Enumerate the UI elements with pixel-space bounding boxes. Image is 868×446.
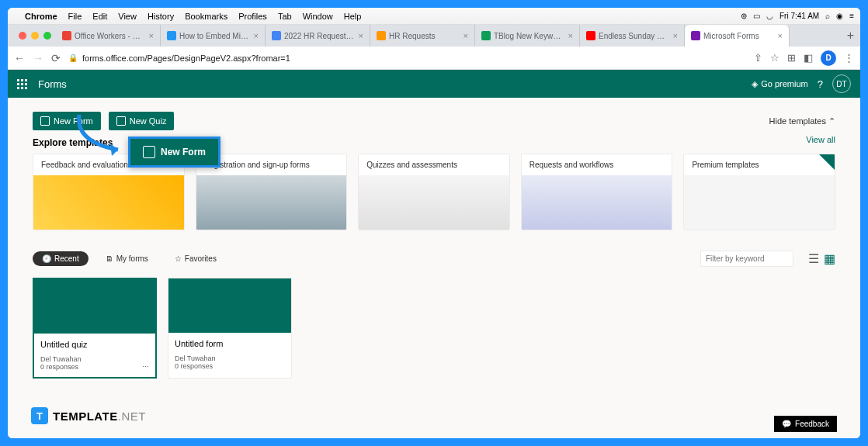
back-button[interactable]: ← [14, 52, 25, 64]
browser-tab[interactable]: HR Requests× [370, 25, 475, 47]
wifi-icon: ⊚ [741, 12, 747, 20]
menu-tab[interactable]: Tab [278, 12, 292, 21]
tab-title: TBlog New Keywords Sheet [494, 32, 565, 40]
form-title: Untitled quiz [40, 340, 149, 349]
menu-view[interactable]: View [118, 12, 137, 21]
menu-icon[interactable]: ≡ [849, 12, 854, 20]
help-icon[interactable]: ? [818, 78, 823, 90]
list-view-button[interactable]: ☰ [807, 253, 820, 265]
minimize-window[interactable] [31, 32, 39, 40]
forward-button[interactable]: → [33, 52, 43, 64]
browser-tab[interactable]: 2022 HR Request Steps - Goo× [266, 25, 370, 47]
template-card[interactable]: Premium templates [683, 154, 835, 230]
close-tab-icon[interactable]: × [359, 31, 363, 40]
user-avatar[interactable]: DT [832, 74, 851, 93]
template-card[interactable]: Quizzes and assessments [358, 154, 510, 230]
filter-myforms[interactable]: 🗎 My forms [96, 251, 158, 266]
filter-recent[interactable]: 🕘 Recent [33, 251, 89, 266]
form-card[interactable]: Untitled quizDel Tuwahan0 responses⋯ [33, 278, 157, 379]
kebab-icon[interactable]: ⋮ [844, 52, 854, 64]
clock-icon: 🕘 [42, 254, 51, 263]
form-author: Del Tuwahan [40, 355, 149, 363]
menu-bookmarks[interactable]: Bookmarks [185, 12, 227, 21]
favicon [586, 31, 595, 40]
lock-icon: 🔒 [68, 54, 78, 62]
browser-tab[interactable]: TBlog New Keywords Sheet× [475, 25, 580, 47]
close-tab-icon[interactable]: × [568, 31, 573, 40]
template-preview [33, 175, 184, 230]
address-bar[interactable]: 🔒 forms.office.com/Pages/DesignPageV2.as… [68, 54, 746, 63]
url-text: forms.office.com/Pages/DesignPageV2.aspx… [82, 54, 290, 63]
watermark: T TEMPLATE.NET [31, 407, 146, 424]
menu-profiles[interactable]: Profiles [238, 12, 267, 21]
template-logo-icon: T [31, 407, 48, 424]
template-preview [522, 175, 672, 230]
form-responses: 0 responses [40, 363, 78, 371]
app-name[interactable]: Chrome [25, 12, 57, 21]
favicon [272, 31, 281, 40]
form-icon [143, 146, 155, 158]
battery-icon: ▭ [753, 12, 760, 20]
search-icon[interactable]: ⌕ [825, 12, 830, 20]
feedback-button[interactable]: 💬 Feedback [774, 416, 837, 432]
favicon [691, 31, 700, 40]
template-preview [684, 175, 835, 230]
go-premium-button[interactable]: ◈ Go premium [752, 79, 808, 89]
chevron-up-icon: ⌃ [828, 116, 835, 126]
grid-view-button[interactable]: ▦ [823, 253, 835, 265]
profile-avatar[interactable]: D [821, 50, 836, 66]
more-icon[interactable]: ⋯ [142, 363, 149, 371]
close-tab-icon[interactable]: × [149, 31, 154, 40]
window-controls [14, 32, 56, 40]
clock: Fri 7:41 AM [779, 12, 819, 20]
extension-icon[interactable]: ◧ [804, 52, 813, 64]
wifi-signal-icon: ◡ [766, 12, 773, 20]
template-title: Quizzes and assessments [359, 154, 509, 175]
browser-toolbar: ← → ⟳ 🔒 forms.office.com/Pages/DesignPag… [8, 47, 860, 70]
status-tray[interactable]: ⊚ ▭ ◡ Fri 7:41 AM ⌕ ◉ ≡ [741, 12, 854, 20]
close-tab-icon[interactable]: × [778, 31, 783, 40]
browser-tab[interactable]: How to Embed Microsoft Form× [161, 25, 266, 47]
tab-title: How to Embed Microsoft Form [179, 32, 251, 40]
close-tab-icon[interactable]: × [254, 31, 259, 40]
close-tab-icon[interactable]: × [464, 31, 468, 40]
share-icon[interactable]: ⇧ [754, 52, 762, 64]
tab-title: Office Workers - Chat [75, 32, 146, 40]
hide-templates-toggle[interactable]: Hide templates ⌃ [769, 116, 835, 126]
template-card[interactable]: Requests and workflows [521, 154, 673, 230]
view-all-link[interactable]: View all [806, 135, 835, 144]
form-card[interactable]: Untitled formDel Tuwahan0 responses [168, 278, 292, 379]
menu-window[interactable]: Window [303, 12, 333, 21]
menu-file[interactable]: File [68, 12, 82, 21]
annotation-arrow [71, 111, 134, 161]
diamond-icon: ◈ [752, 79, 758, 89]
close-window[interactable] [19, 32, 26, 40]
filter-favorites[interactable]: ☆ Favorites [165, 251, 226, 266]
template-preview [196, 175, 347, 230]
new-form-callout[interactable]: New Form [128, 137, 220, 168]
reload-button[interactable]: ⟳ [51, 52, 61, 64]
menu-history[interactable]: History [148, 12, 174, 21]
extensions-icon[interactable]: ⊞ [787, 52, 796, 64]
app-launcher-icon[interactable] [17, 79, 27, 89]
forms-appbar: Forms ◈ Go premium ? DT [8, 70, 860, 98]
form-title: Untitled form [175, 339, 285, 348]
form-responses: 0 responses [175, 362, 213, 370]
new-tab-button[interactable]: + [841, 29, 860, 43]
browser-tab[interactable]: Endless Sunday 😊 [Chill…× [580, 25, 685, 47]
close-tab-icon[interactable]: × [673, 31, 678, 40]
app-title[interactable]: Forms [38, 78, 67, 90]
menu-edit[interactable]: Edit [92, 12, 107, 21]
favicon [377, 31, 386, 40]
favicon [167, 31, 176, 40]
tab-title: Endless Sunday 😊 [Chill… [599, 32, 670, 40]
browser-tab[interactable]: Office Workers - Chat× [56, 25, 161, 47]
bookmark-icon[interactable]: ☆ [770, 52, 779, 64]
maximize-window[interactable] [43, 32, 51, 40]
filter-search-input[interactable] [700, 251, 793, 267]
control-center-icon[interactable]: ◉ [836, 12, 843, 20]
browser-tab[interactable]: Microsoft Forms× [685, 25, 790, 47]
template-title: Requests and workflows [522, 154, 672, 175]
tab-title: 2022 HR Request Steps - Goo [284, 32, 356, 40]
menu-help[interactable]: Help [344, 12, 362, 21]
